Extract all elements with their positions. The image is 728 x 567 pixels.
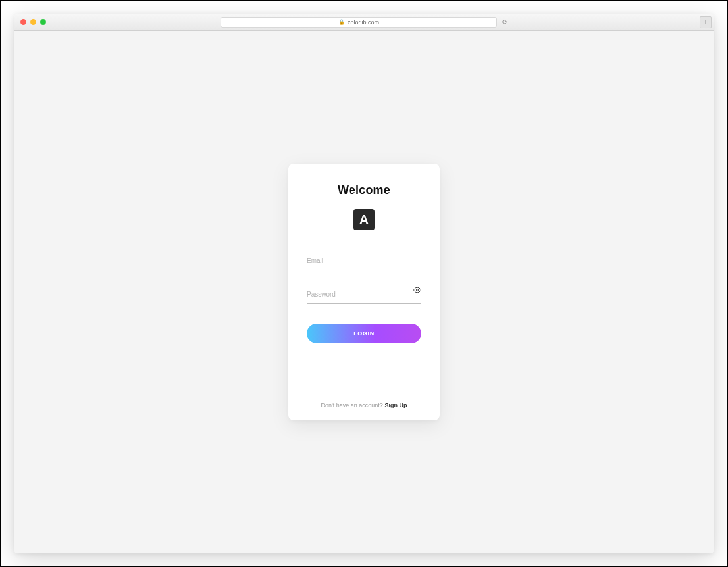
address-bar[interactable]: 🔒 colorlib.com bbox=[221, 17, 497, 28]
browser-window: 🔒 colorlib.com ⟳ + Welcome A bbox=[14, 14, 714, 553]
new-tab-button[interactable]: + bbox=[700, 16, 712, 28]
login-button[interactable]: LOGIN bbox=[307, 324, 421, 343]
password-field-row bbox=[307, 287, 421, 304]
page-content: Welcome A bbox=[14, 31, 714, 553]
password-field[interactable] bbox=[307, 291, 421, 298]
reload-icon[interactable]: ⟳ bbox=[502, 18, 507, 26]
signup-link[interactable]: Sign Up bbox=[384, 402, 407, 408]
logo: A bbox=[353, 209, 375, 230]
eye-icon[interactable] bbox=[413, 286, 421, 295]
login-form bbox=[307, 254, 421, 304]
url-host-text: colorlib.com bbox=[348, 19, 379, 26]
maximize-window-button[interactable] bbox=[40, 19, 46, 25]
signup-prompt-row: Don't have an account? Sign Up bbox=[321, 402, 407, 408]
signup-prompt-text: Don't have an account? bbox=[321, 402, 385, 408]
login-card: Welcome A bbox=[288, 164, 440, 420]
lock-icon: 🔒 bbox=[338, 19, 345, 25]
email-field[interactable] bbox=[307, 257, 421, 264]
login-title: Welcome bbox=[338, 184, 390, 197]
address-bar-wrap: 🔒 colorlib.com ⟳ bbox=[221, 17, 507, 28]
window-controls bbox=[14, 19, 46, 25]
svg-point-0 bbox=[417, 289, 419, 291]
close-window-button[interactable] bbox=[20, 19, 26, 25]
email-field-row bbox=[307, 254, 421, 270]
outer-frame: 🔒 colorlib.com ⟳ + Welcome A bbox=[0, 0, 728, 567]
logo-letter: A bbox=[359, 212, 369, 228]
minimize-window-button[interactable] bbox=[30, 19, 36, 25]
browser-toolbar: 🔒 colorlib.com ⟳ + bbox=[14, 14, 714, 31]
plus-icon: + bbox=[703, 18, 708, 27]
